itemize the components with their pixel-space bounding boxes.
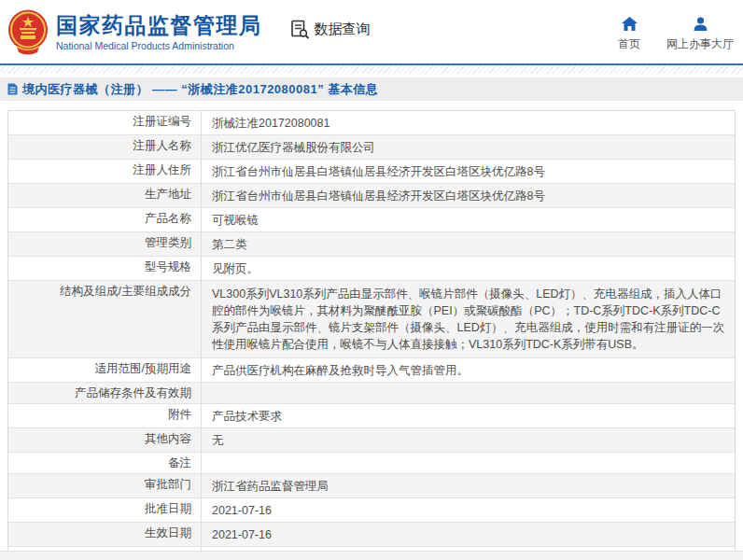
field-value-cell: 浙械注准20172080081 [202,111,735,134]
field-value-cell: 可视喉镜 [202,208,735,231]
site-title: 国家药品监督管理局 [56,13,262,37]
document-icon [7,83,18,95]
data-query-icon [290,20,310,39]
table-row: 批准日期 2021-07-16 [8,498,735,523]
field-label: 注册人住所 [133,163,192,177]
header-nav: 首页 网上办事大厅 [618,17,734,52]
table-row: 产品名称 可视喉镜 [8,208,735,232]
table-row: 生效日期 2021-07-16 [8,523,735,547]
table-row: 结构及组成/主要组成成分 VL300系列VL310系列产品由显示部件、喉镜片部件… [8,281,735,358]
field-label-cell: 型号规格 [8,257,202,280]
field-label: 管理类别 [145,236,191,250]
field-value-cell [202,453,735,473]
field-label: 审批部门 [145,478,191,492]
field-value-cell: 无 [202,428,735,452]
data-query-label: 数据查询 [315,21,371,38]
field-label: 型号规格 [145,260,191,274]
site-logo: 国家药品监督管理局 National Medical Products Admi… [7,7,262,56]
footer-band [0,551,743,560]
field-label: 生效日期 [145,526,191,540]
table-row: 审批部门 浙江省药品监督管理局 [8,474,735,498]
field-label: 其他内容 [145,432,191,446]
field-label-cell: 附件 [8,404,202,427]
field-value-cell: 第二类 [202,232,735,256]
field-value: 浙江省台州市仙居县白塔镇仙居县经济开发区白塔区块优亿路8号 [212,189,545,203]
field-label-cell: 注册证编号 [8,111,202,134]
nav-home-label: 首页 [618,36,640,52]
field-label-cell: 备注 [8,453,202,473]
field-label-cell: 产品名称 [8,208,202,231]
field-value-cell: 2021-07-16 [202,523,735,546]
field-label-cell: 批准日期 [8,498,202,522]
field-label-cell: 注册人名称 [8,135,202,159]
field-label: 注册人名称 [133,139,192,153]
field-label-cell: 产品储存条件及有效期 [8,383,202,403]
nav-home[interactable]: 首页 [618,17,640,52]
field-value: 浙江省台州市仙居县白塔镇仙居县经济开发区白塔区块优亿路8号 [212,165,545,178]
field-value-cell: VL300系列VL310系列产品由显示部件、喉镜片部件（摄像头、LED灯）、充电… [202,281,735,357]
table-row: 适用范围/预期用途 产品供医疗机构在麻醉及抢救时导入气管插管用。 [8,358,735,383]
field-value: 产品供医疗机构在麻醉及抢救时导入气管插管用。 [212,364,469,377]
site-header: 国家药品监督管理局 National Medical Products Admi… [0,0,743,63]
field-value-cell: 浙江省药品监督管理局 [202,474,735,497]
field-label-cell: 生产地址 [8,184,202,207]
field-value-cell: 见附页。 [202,257,735,280]
field-value: 可视喉镜 [212,214,259,227]
field-label-cell: 注册人住所 [8,160,202,183]
nav-service-hall[interactable]: 网上办事大厅 [666,17,734,52]
page-title: 境内医疗器械（注册） —— “浙械注准20172080081” 基本信息 [22,81,378,98]
field-label-cell: 其他内容 [8,428,202,452]
field-label-cell: 管理类别 [8,232,202,256]
table-row: 产品储存条件及有效期 [8,383,735,404]
field-value: 见附页。 [212,262,259,275]
table-row: 备注 [8,453,735,474]
site-subtitle: National Medical Products Administration [56,40,262,51]
data-query-button[interactable]: 数据查询 [290,20,371,39]
field-value: VL300系列VL310系列产品由显示部件、喉镜片部件（摄像头、LED灯）、充电… [212,287,724,351]
nav-service-hall-label: 网上办事大厅 [666,36,734,52]
user-icon [693,17,708,32]
table-row: 注册证编号 浙械注准20172080081 [8,111,735,135]
table-row: 生产地址 浙江省台州市仙居县白塔镇仙居县经济开发区白塔区块优亿路8号 [8,184,735,208]
field-label-cell: 结构及组成/主要组成成分 [8,281,202,357]
field-label: 产品名称 [145,212,191,226]
field-label: 注册证编号 [133,115,192,129]
field-label-cell: 适用范围/预期用途 [8,358,202,382]
field-value-cell: 浙江优亿医疗器械股份有限公司 [202,135,735,159]
field-label: 产品储存条件及有效期 [75,386,191,400]
info-table: 注册证编号 浙械注准20172080081 注册人名称 浙江优亿医疗器械股份有限… [7,110,736,560]
field-label: 生产地址 [145,188,191,202]
national-emblem-icon [7,9,49,56]
field-label: 适用范围/预期用途 [95,362,191,376]
field-value-cell: 产品技术要求 [202,404,735,427]
field-value: 无 [212,434,224,447]
field-value: 浙江省药品监督管理局 [212,480,329,493]
field-value-cell: 浙江省台州市仙居县白塔镇仙居县经济开发区白塔区块优亿路8号 [202,184,735,207]
field-label: 结构及组成/主要组成成分 [60,285,191,299]
table-row: 注册人住所 浙江省台州市仙居县白塔镇仙居县经济开发区白塔区块优亿路8号 [8,160,735,184]
home-icon [622,17,638,32]
table-row: 管理类别 第二类 [8,232,735,257]
field-value: 2021-07-16 [212,504,272,517]
field-value: 第二类 [212,238,247,251]
table-row: 型号规格 见附页。 [8,257,735,281]
field-label: 备注 [168,456,191,470]
table-row: 其他内容 无 [8,428,735,453]
field-value-cell: 2021-07-16 [202,498,735,522]
field-label-cell: 生效日期 [8,523,202,546]
field-label: 批准日期 [145,502,191,516]
field-value-cell [202,383,735,403]
field-value: 2021-07-16 [212,528,272,541]
field-value: 产品技术要求 [212,410,282,423]
table-row: 注册人名称 浙江优亿医疗器械股份有限公司 [8,135,735,160]
field-label-cell: 审批部门 [8,474,202,497]
field-value: 浙械注准20172080081 [212,117,329,130]
field-label: 附件 [168,408,191,422]
hatch-band [0,65,743,74]
table-row: 附件 产品技术要求 [8,404,735,428]
field-value-cell: 浙江省台州市仙居县白塔镇仙居县经济开发区白塔区块优亿路8号 [202,160,735,183]
field-value-cell: 产品供医疗机构在麻醉及抢救时导入气管插管用。 [202,358,735,382]
field-value: 浙江优亿医疗器械股份有限公司 [212,141,375,154]
breadcrumb: 境内医疗器械（注册） —— “浙械注准20172080081” 基本信息 [0,77,743,101]
